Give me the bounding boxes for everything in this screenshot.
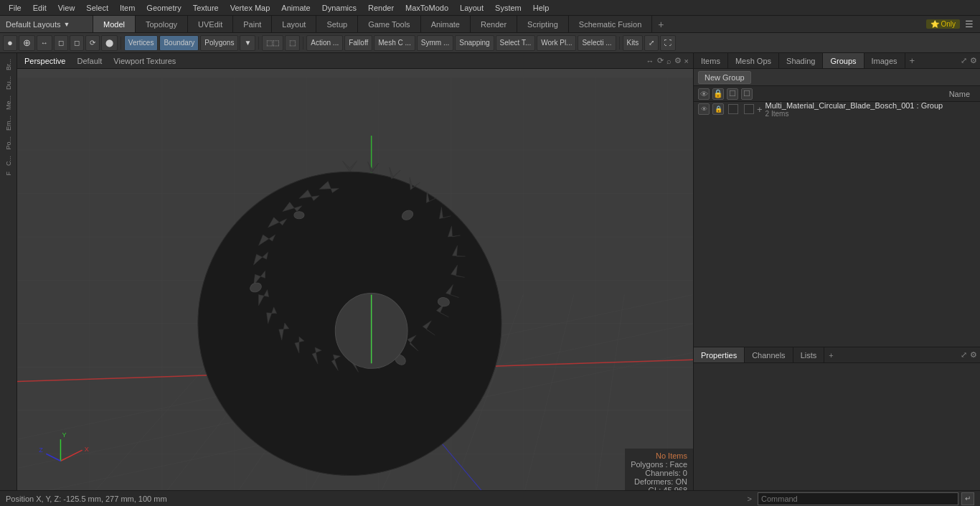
- default-layouts-dropdown[interactable]: Default Layouts ▼: [0, 16, 93, 32]
- header-check1-icon[interactable]: ☐: [727, 88, 738, 100]
- tool-mode-dropdown[interactable]: ▼: [240, 35, 255, 51]
- tool-snapping[interactable]: Snapping: [455, 35, 494, 51]
- tool-lasso[interactable]: ◻: [70, 35, 84, 51]
- tool-expand[interactable]: ⤢: [644, 35, 659, 51]
- command-input[interactable]: [758, 492, 958, 505]
- header-eye-icon[interactable]: 👁: [698, 88, 710, 100]
- tool-mesh-c[interactable]: Mesh C ...: [374, 35, 415, 51]
- tool-polygons[interactable]: Polygons: [200, 35, 238, 51]
- menu-render[interactable]: Render: [362, 2, 400, 14]
- menu-geometry[interactable]: Geometry: [141, 2, 187, 14]
- header-check2-icon[interactable]: ☐: [741, 88, 753, 100]
- menu-file[interactable]: File: [3, 2, 27, 14]
- viewport-tab-default[interactable]: Default: [74, 57, 105, 65]
- right-tab-expand[interactable]: ⤢: [961, 56, 967, 65]
- tab-game-tools[interactable]: Game Tools: [358, 16, 421, 32]
- sidebar-label-po[interactable]: Po...: [5, 136, 12, 150]
- tool-select[interactable]: ◻: [54, 35, 68, 51]
- menu-animate[interactable]: Animate: [275, 2, 316, 14]
- new-group-button[interactable]: New Group: [698, 71, 751, 84]
- tool-toggle[interactable]: ●: [3, 35, 17, 51]
- viewport-icon-zoom[interactable]: ⌕: [666, 57, 672, 65]
- prop-tab-add[interactable]: +: [824, 351, 837, 360]
- viewport-icon-rotate[interactable]: ⟳: [657, 56, 664, 65]
- group-expand-icon[interactable]: +: [757, 104, 763, 115]
- menu-help[interactable]: Help: [527, 2, 555, 14]
- tab-setup[interactable]: Setup: [316, 16, 358, 32]
- sidebar-label-f[interactable]: F: [5, 172, 12, 176]
- tab-render[interactable]: Render: [471, 16, 517, 32]
- tool-grid2[interactable]: ⛶: [660, 35, 676, 51]
- menu-maxtomodo[interactable]: MaxToModo: [400, 2, 454, 14]
- viewport-icon-close[interactable]: ×: [684, 57, 689, 65]
- right-tab-groups[interactable]: Groups: [823, 53, 864, 68]
- tool-action[interactable]: Action ...: [306, 35, 343, 51]
- tool-work-pl[interactable]: Work Pl...: [537, 35, 576, 51]
- viewport-canvas[interactable]: X Y Z No Items Polygons : Face Channels:…: [17, 69, 693, 490]
- header-lock-icon[interactable]: 🔒: [712, 88, 724, 100]
- groups-content[interactable]: 👁 🔒 + Multi_Material_Circular_Blade_Bosc…: [694, 102, 980, 347]
- tool-origin[interactable]: ⊕: [19, 35, 35, 51]
- right-tab-items[interactable]: Items: [694, 53, 728, 68]
- sidebar-label-em[interactable]: Em...: [5, 116, 12, 131]
- tab-model[interactable]: Model: [93, 16, 136, 32]
- prop-settings-icon[interactable]: ⚙: [970, 350, 977, 360]
- prop-tab-channels[interactable]: Channels: [745, 347, 793, 362]
- tab-paint[interactable]: Paint: [233, 16, 272, 32]
- tab-scripting[interactable]: Scripting: [517, 16, 569, 32]
- add-layout-tab[interactable]: +: [652, 16, 669, 32]
- sidebar-label-c[interactable]: C...: [5, 156, 12, 166]
- tab-schematic-fusion[interactable]: Schematic Fusion: [569, 16, 652, 32]
- sidebar-label-me[interactable]: Me...: [5, 95, 12, 110]
- viewport-tab-textures[interactable]: Viewport Textures: [110, 57, 179, 65]
- group-row[interactable]: 👁 🔒 + Multi_Material_Circular_Blade_Bosc…: [694, 102, 980, 116]
- right-tab-add[interactable]: +: [905, 55, 920, 66]
- menu-select[interactable]: Select: [80, 2, 114, 14]
- tool-grid[interactable]: ⬚⬚: [262, 35, 283, 51]
- tool-rotate-view[interactable]: ⟳: [85, 35, 100, 51]
- tool-kits[interactable]: Kits: [623, 35, 644, 51]
- group-row-icons: 👁 🔒: [698, 103, 755, 115]
- tool-selecti[interactable]: Selecti ...: [578, 35, 616, 51]
- menu-item[interactable]: Item: [114, 2, 141, 14]
- tool-vertices[interactable]: Vertices: [124, 35, 159, 51]
- menu-edit[interactable]: Edit: [27, 2, 52, 14]
- tab-topology[interactable]: Topology: [136, 16, 188, 32]
- sidebar-label-br[interactable]: Br...: [5, 59, 12, 70]
- sidebar-label-du[interactable]: Du...: [5, 76, 12, 90]
- right-tab-shading[interactable]: Shading: [779, 53, 823, 68]
- tool-select-t[interactable]: Select T...: [496, 35, 536, 51]
- menu-dynamics[interactable]: Dynamics: [316, 2, 362, 14]
- right-tab-images[interactable]: Images: [864, 53, 905, 68]
- right-tab-mesh-ops[interactable]: Mesh Ops: [728, 53, 779, 68]
- viewport-tab-perspective[interactable]: Perspective: [22, 57, 68, 65]
- menu-texture[interactable]: Texture: [187, 2, 225, 14]
- tool-box[interactable]: ⬚: [285, 35, 300, 51]
- prop-tab-lists[interactable]: Lists: [793, 347, 825, 362]
- group-checkbox2[interactable]: [744, 104, 754, 114]
- tool-boundary[interactable]: Boundary: [159, 35, 199, 51]
- viewport-icon-settings[interactable]: ⚙: [674, 56, 682, 65]
- group-checkbox1[interactable]: [728, 104, 738, 114]
- menu-system[interactable]: System: [489, 2, 527, 14]
- groups-header-icons: 👁 🔒 ☐ ☐: [698, 88, 753, 100]
- tab-uvedit[interactable]: UVEdit: [188, 16, 233, 32]
- tool-symm[interactable]: Symm ...: [417, 35, 453, 51]
- group-eye-icon[interactable]: 👁: [698, 103, 710, 115]
- settings-icon[interactable]: ☰: [963, 19, 976, 29]
- prop-expand-icon[interactable]: ⤢: [961, 350, 967, 360]
- menu-view[interactable]: View: [52, 2, 81, 14]
- prop-tab-properties[interactable]: Properties: [694, 347, 745, 362]
- tool-transform[interactable]: ↔: [37, 35, 52, 51]
- right-tab-settings[interactable]: ⚙: [970, 56, 977, 65]
- group-lock-icon[interactable]: 🔒: [712, 103, 724, 115]
- tab-animate[interactable]: Animate: [421, 16, 471, 32]
- menu-layout[interactable]: Layout: [454, 2, 489, 14]
- menu-vertex-map[interactable]: Vertex Map: [225, 2, 276, 14]
- only-button[interactable]: ⭐ Only: [926, 19, 960, 29]
- tool-falloff[interactable]: Falloff: [344, 35, 372, 51]
- tab-layout[interactable]: Layout: [272, 16, 316, 32]
- viewport-icon-move[interactable]: ↔: [646, 57, 654, 65]
- tool-circle[interactable]: ⬤: [101, 35, 118, 51]
- command-enter-button[interactable]: ↵: [961, 492, 974, 505]
